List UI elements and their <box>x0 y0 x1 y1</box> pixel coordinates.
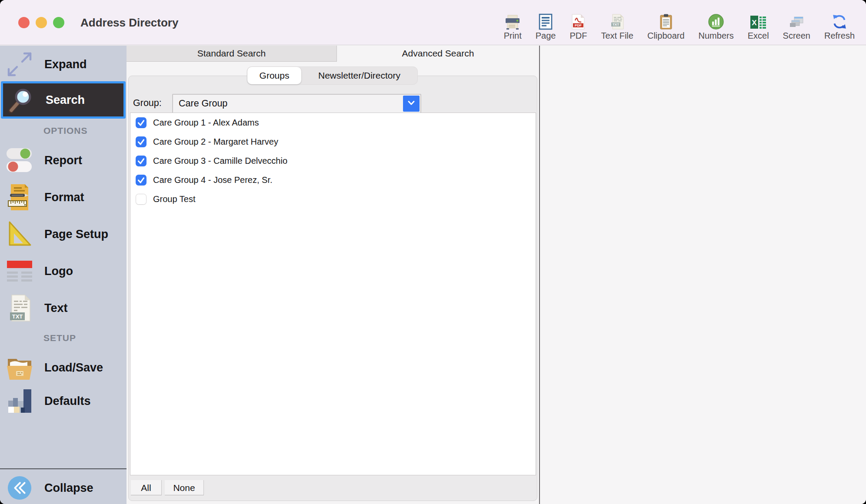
group-checkbox[interactable] <box>136 156 147 166</box>
group-checkbox[interactable] <box>136 136 147 147</box>
sidebar: Expand Search OPTIONS <box>0 46 127 504</box>
zoom-button[interactable] <box>53 17 64 28</box>
toolbar-item-label: Excel <box>748 31 769 41</box>
toolbar-item-label: Text File <box>601 31 633 41</box>
sidebar-item-label: Text <box>44 302 68 315</box>
checkmark-icon <box>136 175 147 186</box>
close-button[interactable] <box>18 17 30 28</box>
toolbar-item-label: Screen <box>783 31 810 41</box>
sidebar-section-setup: SETUP <box>43 333 76 343</box>
sidebar-item-logo[interactable]: Logo <box>0 253 127 289</box>
chart-blocks-icon <box>5 388 34 414</box>
refresh-sync-icon <box>831 12 848 30</box>
sidebar-divider <box>0 468 127 469</box>
toolbar-item-label: Refresh <box>824 31 855 41</box>
screen-button[interactable]: Screen <box>783 12 810 45</box>
group-item-label: Care Group 1 - Alex Adams <box>153 118 259 128</box>
toolbar: Print Page <box>504 0 855 45</box>
folder-icon <box>5 355 34 381</box>
search-tabs: Standard Search Advanced Search <box>127 46 539 62</box>
sidebar-item-expand[interactable]: Expand <box>0 48 127 81</box>
search-panel: Standard Search Advanced Search Groups N… <box>127 46 539 504</box>
group-list-item: Care Group 3 - Camille Delvecchio <box>130 151 536 170</box>
tab-standard-search[interactable]: Standard Search <box>127 46 337 62</box>
text-file-button[interactable]: TXT Text File <box>601 12 633 45</box>
document-pencil-ruler-icon <box>5 183 34 211</box>
sidebar-item-label: Logo <box>44 265 73 278</box>
group-list-item: Care Group 4 - Jose Perez, Sr. <box>130 170 536 189</box>
svg-text:PDF: PDF <box>575 23 582 27</box>
toggle-switches-icon <box>5 147 34 173</box>
toolbar-item-label: Numbers <box>699 31 734 41</box>
svg-text:TXT: TXT <box>12 313 23 320</box>
toolbar-item-label: Page <box>536 31 556 41</box>
pdf-button[interactable]: PDF PDF <box>570 12 587 45</box>
group-select[interactable]: Care Group <box>172 94 421 113</box>
group-checkbox[interactable] <box>136 175 147 186</box>
advanced-search-tabview: Group: Care Group <box>128 76 537 501</box>
toolbar-item-label: Clipboard <box>647 31 685 41</box>
group-item-label: Care Group 4 - Jose Perez, Sr. <box>153 175 273 185</box>
print-button[interactable]: Print <box>504 12 522 45</box>
screen-windows-icon <box>788 12 805 30</box>
numbers-chart-icon <box>708 12 724 30</box>
sidebar-item-label: Collapse <box>44 481 93 495</box>
excel-button[interactable]: X Excel <box>748 12 769 45</box>
group-field-label: Group: <box>133 98 162 109</box>
sidebar-item-label: Report <box>44 154 82 167</box>
sidebar-item-label: Defaults <box>44 395 91 408</box>
group-item-label: Group Test <box>153 194 195 204</box>
select-all-button[interactable]: All <box>131 480 162 495</box>
sidebar-item-format[interactable]: Format <box>0 179 127 216</box>
group-item-label: Care Group 3 - Camille Delvecchio <box>153 156 287 166</box>
toolbar-item-label: PDF <box>570 31 587 41</box>
window-title: Address Directory <box>80 0 178 45</box>
sidebar-item-defaults[interactable]: Defaults <box>0 383 127 419</box>
tab-advanced-search[interactable]: Advanced Search <box>337 46 539 62</box>
subtab-newsletter-directory[interactable]: Newsletter/Directory <box>301 67 417 84</box>
txt-file-icon: TXT <box>610 12 625 30</box>
sidebar-item-text[interactable]: TXT Text <box>0 290 127 326</box>
sidebar-item-label: Expand <box>44 58 87 71</box>
group-list-item: Group Test <box>130 189 536 209</box>
clipboard-icon <box>659 12 673 30</box>
sidebar-item-page-setup[interactable]: Page Setup <box>0 216 127 252</box>
sidebar-section-options: OPTIONS <box>43 126 88 136</box>
select-none-button[interactable]: None <box>165 480 204 495</box>
checkmark-icon <box>136 117 147 128</box>
toolbar-item-label: Print <box>504 31 522 41</box>
txt-document-icon: TXT <box>5 294 34 322</box>
group-list-item: Care Group 1 - Alex Adams <box>130 113 536 132</box>
sidebar-item-collapse[interactable]: Collapse <box>0 471 127 504</box>
magnifier-icon <box>7 86 35 114</box>
traffic-lights <box>18 17 64 28</box>
numbers-button[interactable]: Numbers <box>699 12 734 45</box>
checkmark-icon <box>136 156 147 166</box>
sidebar-item-label: Page Setup <box>44 228 108 241</box>
subtab-groups[interactable]: Groups <box>247 67 301 84</box>
sidebar-item-search[interactable]: Search <box>1 81 126 119</box>
printer-icon <box>504 12 521 30</box>
sidebar-item-report[interactable]: Report <box>0 142 127 179</box>
titlebar: Address Directory Print <box>0 0 866 45</box>
minimize-button[interactable] <box>36 17 47 28</box>
group-checkbox[interactable] <box>136 117 147 128</box>
svg-text:X: X <box>752 19 757 27</box>
subtab-segmented-control: Groups Newsletter/Directory <box>247 66 418 85</box>
group-checkbox[interactable] <box>136 194 147 205</box>
chevron-down-icon <box>407 100 415 107</box>
group-item-label: Care Group 2 - Margaret Harvey <box>153 137 278 147</box>
group-list-item: Care Group 2 - Margaret Harvey <box>130 132 536 151</box>
pdf-file-icon: PDF <box>571 12 586 30</box>
collapse-circle-icon <box>5 475 34 501</box>
group-select-button[interactable] <box>403 96 420 112</box>
results-panel <box>539 46 866 504</box>
page-button[interactable]: Page <box>536 12 556 45</box>
refresh-button[interactable]: Refresh <box>824 12 855 45</box>
clipboard-button[interactable]: Clipboard <box>647 12 685 45</box>
checkmark-icon <box>136 136 147 147</box>
expand-arrows-icon <box>5 50 34 78</box>
sidebar-item-load-save[interactable]: Load/Save <box>0 349 127 386</box>
sidebar-item-label: Search <box>46 93 85 107</box>
sidebar-item-label: Format <box>44 191 84 204</box>
